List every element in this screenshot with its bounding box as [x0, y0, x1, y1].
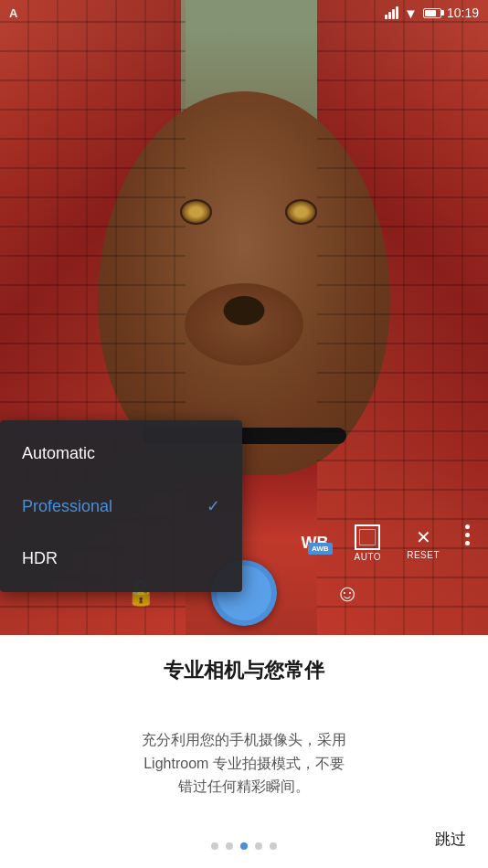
check-icon: ✓: [207, 496, 220, 516]
dropdown-label-hdr: HDR: [22, 549, 58, 568]
dot-1: [211, 842, 218, 850]
focus-square-icon: [355, 524, 380, 550]
reset-label: RESET: [407, 550, 440, 560]
dot-4: [255, 842, 262, 850]
dropdown-item-automatic[interactable]: Automatic: [0, 428, 242, 480]
status-right: ▼ 10:19: [385, 5, 479, 21]
dropdown-item-hdr[interactable]: HDR: [0, 533, 242, 585]
signal-icon: [385, 6, 398, 19]
bottom-title: 专业相机与您常伴: [164, 657, 324, 684]
more-button[interactable]: [465, 524, 470, 562]
dog-eye-right: [285, 199, 317, 225]
dog-eye-left: [180, 199, 212, 225]
dropdown-label-automatic: Automatic: [22, 444, 95, 463]
pagination-dots: [211, 842, 277, 850]
dot-5: [270, 842, 277, 850]
dropdown-item-professional[interactable]: Professional ✓: [0, 480, 242, 533]
mode-dropdown: Automatic Professional ✓ HDR: [0, 420, 242, 592]
wifi-icon: ▼: [404, 5, 418, 21]
auto-button[interactable]: AUTO: [355, 524, 382, 562]
app-status-icon: A: [9, 6, 17, 20]
battery-icon: [423, 8, 441, 18]
face-detect-button[interactable]: ☺: [327, 573, 367, 613]
status-left: A: [9, 6, 17, 20]
dog-snout: [185, 283, 303, 365]
status-bar: A ▼ 10:19: [0, 0, 488, 26]
more-dots-icon: [465, 524, 470, 529]
dot-2: [226, 842, 233, 850]
reset-icon: ✕: [416, 526, 431, 548]
status-time: 10:19: [447, 5, 479, 20]
wb-button[interactable]: WB AWB: [302, 534, 329, 553]
skip-button[interactable]: 跳过: [435, 829, 466, 850]
reset-button[interactable]: ✕ RESET: [407, 526, 440, 560]
bottom-description: 充分利用您的手机摄像头，采用Lightroom 专业拍摄模式，不要错过任何精彩瞬…: [142, 728, 346, 799]
dot-3-active: [240, 842, 248, 850]
bottom-content: 专业相机与您常伴 充分利用您的手机摄像头，采用Lightroom 专业拍摄模式，…: [0, 635, 488, 868]
more-dots-icon-3: [465, 541, 470, 545]
wb-badge: AWB: [308, 543, 333, 555]
dropdown-label-professional: Professional: [22, 497, 112, 516]
more-dots-icon-2: [465, 533, 470, 537]
dog-nose: [224, 296, 265, 325]
